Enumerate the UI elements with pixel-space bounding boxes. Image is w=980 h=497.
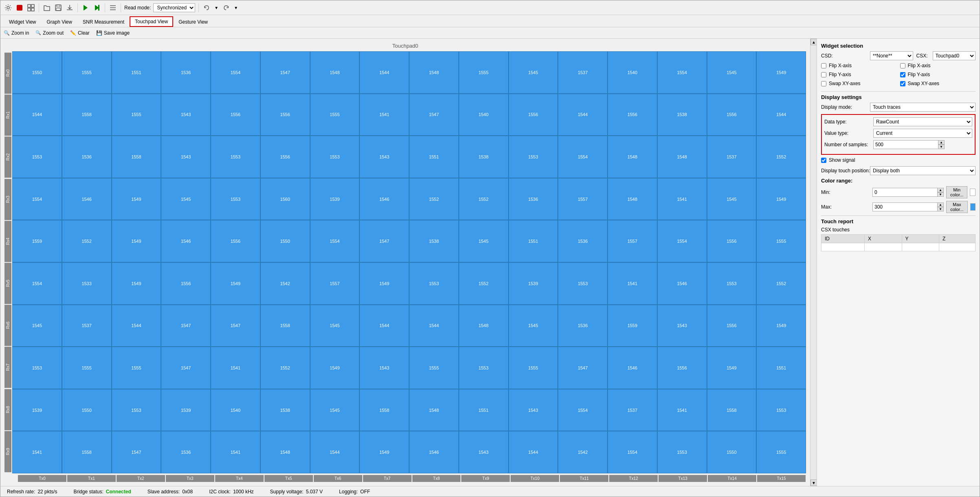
status-bar: Refresh rate: 22 pkts/s Bridge status: C… (0, 486, 980, 497)
flip-y-csd-checkbox[interactable] (821, 72, 826, 77)
toolbar-separator-2 (77, 3, 78, 12)
csd-select[interactable]: **None** (870, 51, 913, 60)
grid-cell: 1539 (12, 389, 62, 431)
scroll-down-button[interactable]: ▼ (810, 479, 817, 486)
grid-cell: 1553 (112, 389, 161, 431)
min-spinner-up[interactable]: ▲ (937, 188, 944, 192)
grid-cell: 1553 (558, 262, 608, 305)
spinner-up[interactable]: ▲ (938, 140, 945, 145)
show-signal-checkbox[interactable] (821, 158, 826, 163)
save-icon[interactable] (54, 3, 63, 12)
list-icon[interactable] (108, 3, 117, 12)
tab-gesture-view[interactable]: Gesture View (173, 16, 213, 27)
toolbar-separator-1 (39, 3, 39, 12)
toolbar-separator-5 (198, 3, 199, 12)
max-spinner-up[interactable]: ▲ (937, 202, 944, 207)
tx-label: Tx15 (757, 475, 806, 482)
stop-icon[interactable] (15, 3, 24, 12)
save-image-button[interactable]: 💾 Save image (96, 30, 130, 36)
widget-icon[interactable] (26, 3, 35, 12)
supply-voltage-label: Supply voltage: (270, 489, 304, 495)
play-icon[interactable] (81, 3, 90, 12)
min-spinner[interactable]: ▲ ▼ (872, 188, 944, 197)
flip-y-csd-row[interactable]: Flip Y-axis (821, 72, 897, 77)
i2c-clock-value: 1000 kHz (233, 489, 254, 495)
scroll-up-button[interactable]: ▲ (810, 39, 817, 45)
flip-x-csd-checkbox[interactable] (821, 63, 826, 68)
swap-xy-csx-row[interactable]: Swap XY-axes (900, 81, 976, 86)
undo-dropdown[interactable]: ▾ (212, 3, 221, 12)
flip-y-csx-checkbox[interactable] (900, 72, 905, 77)
spinner-down[interactable]: ▼ (938, 145, 945, 149)
display-mode-select[interactable]: Touch traces (870, 103, 976, 112)
grid-cell: 1553 (657, 431, 707, 473)
tab-touchpad-view[interactable]: Touchpad View (130, 16, 173, 27)
run-icon[interactable] (92, 3, 101, 12)
flip-x-csd-row[interactable]: Flip X-axis (821, 63, 897, 68)
max-spinner[interactable]: ▲ ▼ (872, 202, 944, 211)
csx-select[interactable]: Touchpad0 (933, 51, 976, 60)
min-label: Min: (821, 189, 870, 195)
grid-cell: 1553 (509, 136, 558, 178)
display-touch-select[interactable]: Display both (870, 166, 976, 175)
zoom-out-button[interactable]: 🔍 Zoom out (35, 30, 64, 36)
grid-cell: 1543 (359, 347, 409, 389)
flip-x-csx-row[interactable]: Flip X-axis (900, 63, 976, 68)
swap-xy-csx-checkbox[interactable] (900, 81, 905, 86)
grid-row: 1541155815471536154115481544154915461543… (12, 431, 806, 473)
undo-button[interactable] (202, 3, 211, 12)
tab-snr-measurement[interactable]: SNR Measurement (77, 16, 130, 27)
grid-cell: 1550 (707, 431, 757, 473)
rx-label: Rx3 (4, 179, 11, 220)
grid-cell: 1558 (62, 431, 112, 473)
grid-cell: 1544 (359, 305, 409, 347)
grid-cell: 1547 (161, 305, 211, 347)
open-icon[interactable] (42, 3, 51, 12)
settings-icon[interactable] (4, 3, 13, 12)
vertical-scrollbar[interactable]: ▲ ▼ (810, 39, 817, 486)
rx-label: Rx6 (4, 305, 11, 346)
min-input[interactable] (872, 188, 937, 197)
data-type-select[interactable]: RawCount (873, 117, 972, 126)
tab-widget-view[interactable]: Widget View (4, 16, 41, 27)
max-input[interactable] (872, 202, 937, 211)
min-spinner-down[interactable]: ▼ (937, 192, 944, 197)
max-spinner-down[interactable]: ▼ (937, 207, 944, 211)
display-mode-label: Display mode: (821, 104, 870, 110)
grid-cell: 1541 (211, 431, 260, 473)
grid-cell: 1556 (211, 94, 260, 136)
grid-cell: 1549 (112, 178, 161, 220)
grid-cell: 1545 (509, 51, 558, 94)
clear-button[interactable]: ✏️ Clear (70, 30, 90, 36)
grid-cell: 1557 (558, 178, 608, 220)
scroll-track[interactable] (810, 45, 817, 479)
min-color-button[interactable]: Min color... (946, 186, 967, 198)
grid-cell: 1545 (509, 305, 558, 347)
grid-cell: 1544 (359, 51, 409, 94)
export-icon[interactable] (65, 3, 74, 12)
value-type-label: Value type: (824, 130, 873, 136)
read-mode-select[interactable]: Synchronized (153, 3, 195, 12)
touchpad-area: Touchpad0 Rx0Rx1Rx2Rx3Rx4Rx5Rx6Rx7Rx8Rx9… (0, 39, 817, 486)
show-signal-row[interactable]: Show signal (821, 157, 976, 163)
redo-button[interactable] (222, 3, 231, 12)
rx-label: Rx1 (4, 95, 11, 136)
tab-graph-view[interactable]: Graph View (41, 16, 77, 27)
value-type-select[interactable]: Current (873, 129, 972, 138)
zoom-in-button[interactable]: 🔍 Zoom in (4, 30, 29, 36)
grid-row: 1545153715441547154715581545154415441548… (12, 305, 806, 347)
data-type-label: Data type: (824, 119, 873, 125)
flip-y-csx-row[interactable]: Flip Y-axis (900, 72, 976, 77)
swap-xy-csd-checkbox[interactable] (821, 81, 826, 86)
touchpad-title: Touchpad0 (4, 43, 806, 49)
num-samples-spinner[interactable]: ▲ ▼ (873, 140, 945, 149)
grid-cell: 1553 (756, 389, 806, 431)
flip-x-csx-checkbox[interactable] (900, 63, 905, 68)
grid-cell: 1549 (112, 262, 161, 305)
max-color-button[interactable]: Max color... (946, 201, 968, 213)
swap-xy-csd-row[interactable]: Swap XY-axes (821, 81, 897, 86)
grid-cell: 1536 (558, 305, 608, 347)
num-samples-input[interactable] (873, 140, 938, 149)
grid-cell: 1547 (211, 305, 260, 347)
redo-dropdown[interactable]: ▾ (231, 3, 240, 12)
